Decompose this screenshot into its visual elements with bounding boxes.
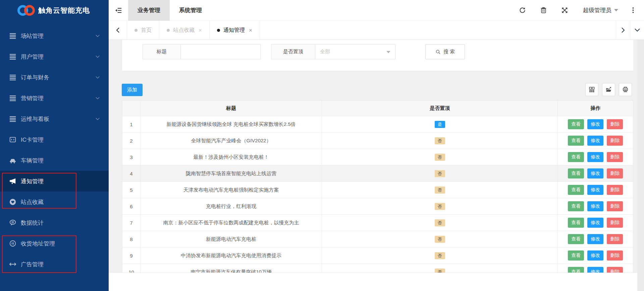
row-action-button[interactable]: 删除	[607, 152, 623, 162]
row-action-button[interactable]: 删除	[607, 136, 623, 146]
tab-scroll-left-icon[interactable]	[109, 21, 127, 40]
row-action-button[interactable]: 修改	[587, 168, 603, 178]
menu-item-icon	[9, 261, 16, 268]
menu-item-icon	[9, 157, 16, 164]
columns-filter-icon[interactable]	[585, 83, 598, 96]
page-tab[interactable]: 通知管理 ×	[210, 21, 260, 40]
row-action-button[interactable]: 修改	[587, 119, 603, 129]
pin-status-badge: 否	[435, 219, 445, 226]
app-title: 触角云智能充电	[38, 6, 90, 15]
row-action-button[interactable]: 查看	[568, 267, 584, 273]
top-nav-tab[interactable]: 系统管理	[170, 0, 211, 21]
row-action-button[interactable]: 删除	[607, 168, 623, 178]
tab-menu-chevron-down-icon[interactable]	[630, 21, 644, 40]
sidebar-menu-item[interactable]: 场站管理	[0, 25, 109, 46]
row-action-button[interactable]: 查看	[568, 168, 584, 178]
row-title: 最新！涉及扬州小区安装充电桩！	[141, 149, 322, 165]
row-action-button[interactable]: 查看	[568, 250, 584, 261]
scrollbar[interactable]	[637, 40, 644, 291]
sidebar-menu: 场站管理 用户管理 订单与财务 营销管理	[0, 25, 109, 275]
user-menu[interactable]: 超级管理员	[583, 6, 618, 14]
sidebar-menu-item[interactable]: 广告管理	[0, 254, 109, 275]
row-action-button[interactable]: 修改	[587, 234, 603, 244]
row-action-button[interactable]: 查看	[568, 234, 584, 244]
row-title: 新能源电动汽车充电桩	[141, 231, 322, 247]
add-button[interactable]: 添加	[122, 84, 143, 96]
sidebar-menu-item[interactable]: 站点收藏	[0, 192, 109, 212]
row-action-button[interactable]: 查看	[568, 152, 584, 162]
caret-down-icon	[614, 9, 618, 11]
row-index: 4	[122, 165, 141, 181]
menu-item-icon	[9, 32, 16, 40]
collapse-menu-icon[interactable]	[109, 0, 128, 21]
row-action-button[interactable]: 查看	[568, 119, 584, 129]
sidebar-menu-item[interactable]: 运维与看板	[0, 108, 109, 129]
row-action-button[interactable]: 删除	[607, 250, 623, 261]
row-action-button[interactable]: 修改	[587, 185, 603, 195]
table-row: 6 充电桩行业，红利渐现 否 查看修改删除	[122, 198, 633, 215]
export-icon[interactable]	[602, 83, 615, 96]
page-tab[interactable]: 站点收藏 ×	[159, 21, 210, 40]
search-button-label: 搜 索	[443, 49, 455, 55]
row-pinned-cell: 否	[322, 247, 558, 264]
refresh-icon[interactable]	[519, 7, 526, 14]
sidebar-menu-item[interactable]: 车辆管理	[0, 150, 109, 171]
row-action-button[interactable]: 删除	[607, 234, 623, 244]
page-tab[interactable]: 首页 ×	[127, 21, 159, 40]
search-button[interactable]: 搜 索	[425, 44, 465, 59]
row-action-button[interactable]: 删除	[607, 119, 623, 129]
tab-scroll-right-icon[interactable]	[616, 21, 630, 40]
row-pinned-cell: 否	[322, 198, 558, 214]
row-action-button[interactable]: 修改	[587, 201, 603, 211]
row-action-button[interactable]: 修改	[587, 152, 603, 162]
pin-select[interactable]: 全部	[315, 44, 395, 59]
trash-icon[interactable]	[540, 7, 547, 14]
sidebar-menu-item[interactable]: 通知管理	[0, 171, 109, 192]
print-icon[interactable]	[619, 83, 632, 96]
row-action-button[interactable]: 修改	[587, 250, 603, 261]
row-action-button[interactable]: 查看	[568, 201, 584, 211]
row-pinned-cell: 否	[322, 264, 558, 273]
sidebar-menu-item[interactable]: IC卡管理	[0, 129, 109, 150]
sidebar-menu-item[interactable]: 用户管理	[0, 46, 109, 67]
top-nav-tab-label: 系统管理	[179, 7, 202, 13]
row-action-button[interactable]: 修改	[587, 267, 603, 273]
sidebar-menu-item[interactable]: 数据统计	[0, 212, 109, 233]
row-pinned-cell: 否	[322, 149, 558, 165]
sidebar-menu-item[interactable]: 订单与财务	[0, 67, 109, 88]
column-header-pinned: 是否置顶	[322, 101, 558, 116]
pin-status-badge: 否	[435, 269, 445, 273]
chevron-down-icon	[95, 117, 100, 121]
menu-item-label: 车辆管理	[21, 157, 44, 164]
row-index: 9	[122, 247, 141, 264]
sidebar-menu-item[interactable]: 营销管理	[0, 88, 109, 108]
fullscreen-icon[interactable]	[561, 7, 568, 14]
row-action-button[interactable]: 查看	[568, 185, 584, 195]
row-action-button[interactable]: 修改	[587, 218, 603, 228]
row-action-button[interactable]: 删除	[607, 185, 623, 195]
row-action-button[interactable]: 修改	[587, 136, 603, 146]
table-row: 7 南京：新小区应不低于停车位数两成配建充电桩，以慢充为主 否 查看修改删除	[122, 215, 633, 231]
title-input[interactable]	[180, 44, 261, 59]
table-header-row: 标题 是否置顶 操作	[122, 101, 633, 116]
more-vertical-icon[interactable]	[630, 7, 637, 14]
menu-item-label: IC卡管理	[21, 136, 44, 144]
table-row: 9 中消协发布新能源电动汽车充电使用消费提示 否 查看修改删除	[122, 247, 633, 264]
sidebar-menu-item[interactable]: 收货地址管理	[0, 233, 109, 254]
menu-item-icon	[9, 53, 16, 60]
row-pinned-cell: 否	[322, 182, 558, 198]
row-action-button[interactable]: 删除	[607, 201, 623, 211]
table-row: 1 新能源设备国货继续领跑全球 充电桩全球买家数增长2.5倍 是 查看修改删除	[122, 116, 633, 133]
menu-item-icon	[9, 115, 16, 123]
tab-dot-icon	[135, 29, 138, 32]
close-icon[interactable]: ×	[199, 27, 202, 33]
row-index: 2	[122, 133, 141, 149]
pin-select-value: 全部	[320, 49, 330, 55]
top-nav-tab[interactable]: 业务管理	[128, 0, 170, 21]
row-action-button[interactable]: 删除	[607, 267, 623, 273]
row-actions-cell: 查看修改删除	[558, 165, 633, 181]
close-icon[interactable]: ×	[249, 27, 252, 33]
row-action-button[interactable]: 删除	[607, 218, 623, 228]
row-action-button[interactable]: 查看	[568, 136, 584, 146]
row-action-button[interactable]: 查看	[568, 218, 584, 228]
